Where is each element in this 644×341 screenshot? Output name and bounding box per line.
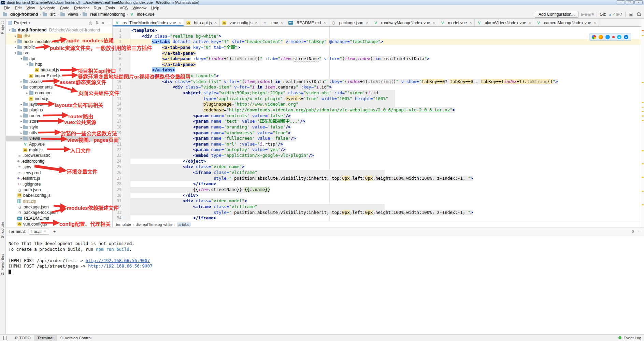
chevron-down-icon[interactable]: ▾ [19, 57, 23, 60]
tree-item-dist.zip[interactable]: dist.zip [6, 199, 112, 204]
tree-item-style[interactable]: ▸style [6, 124, 112, 130]
minimize-button[interactable]: ─ [617, 0, 625, 4]
tree-item-plugins[interactable]: ▸plugins [6, 107, 112, 113]
stripe-mark[interactable] [642, 82, 644, 83]
close-icon[interactable]: ✕ [255, 21, 257, 25]
tree-item-auth.json[interactable]: {}auth.json [6, 187, 112, 193]
editor-breadcrumb-a-tabs[interactable]: a-tabs [177, 222, 191, 227]
tree-item-node_modules[interactable]: ▸node_moduleslibrary root [6, 39, 112, 44]
tree-item-layouts[interactable]: ▸layouts [6, 101, 112, 107]
breadcrumb-item-views[interactable]: views [60, 12, 78, 17]
tree-item-utils[interactable]: ▸utils [6, 130, 112, 136]
chevron-right-icon[interactable]: ▸ [19, 137, 23, 140]
chevron-right-icon[interactable]: ▸ [19, 103, 23, 106]
chevron-down-icon[interactable]: ▾ [29, 21, 30, 25]
stripe-mark[interactable] [642, 150, 644, 151]
menu-help[interactable]: Help [149, 6, 162, 10]
statusbar-6-todo[interactable]: 6: TODO [12, 335, 34, 341]
edge-browser-icon[interactable]: e [624, 35, 628, 39]
tree-item-.env.prod[interactable]: ≡.env.prod [6, 170, 112, 176]
chevron-right-icon[interactable]: ▸ [19, 131, 23, 135]
close-icon[interactable]: ✕ [593, 21, 596, 25]
tree-item-.browserslistrc[interactable]: ≡.browserslistrc [6, 153, 112, 159]
breadcrumb-item-realTimeMonitoring[interactable]: realTimeMonitoring [83, 12, 125, 17]
chevron-right-icon[interactable]: ▸ [19, 108, 23, 112]
close-icon[interactable]: ✕ [323, 21, 326, 25]
stripe-mark[interactable] [642, 102, 644, 103]
locate-file-icon[interactable]: ◎ [89, 21, 92, 25]
tree-item-common[interactable]: ▸common [6, 90, 112, 96]
tree-item-babel.config.js[interactable]: JSbabel.config.js [6, 193, 112, 199]
editor-breadcrumb-div.realTime.bg-white[interactable]: div.realTime.bg-white [135, 222, 172, 227]
chevron-right-icon[interactable]: ▸ [14, 34, 17, 38]
editor-tab-realTimeMonitoring-index.vue[interactable]: VrealTimeMonitoring\index.vue✕ [113, 19, 184, 26]
collapse-all-icon[interactable]: ⇅ [95, 21, 99, 25]
menu-code[interactable]: Code [58, 6, 72, 10]
editor-tab-cameraManage-index.vue[interactable]: VcameraManage\index.vue✕ [534, 19, 599, 26]
stripe-mark[interactable] [642, 111, 644, 112]
terminal-settings-gear-icon[interactable] [632, 230, 634, 233]
tool-window-project-button[interactable]: Project [0, 21, 4, 34]
tree-item-store[interactable]: ▸store [6, 119, 112, 124]
menu-vcs[interactable]: VCS [117, 6, 130, 10]
tree-item-.eslintrc.js[interactable]: .eslintrc.js [6, 176, 112, 181]
breadcrumb-item-duoji-frontend[interactable]: duoji-frontend [3, 12, 38, 17]
tree-item-App.vue[interactable]: VApp.vue [6, 141, 112, 147]
stripe-mark[interactable] [642, 204, 644, 205]
close-icon[interactable]: ✕ [214, 21, 217, 25]
stop-icon[interactable]: ■ [591, 12, 594, 17]
maximize-button[interactable]: □ [626, 0, 634, 4]
tool-window-toggle-icon[interactable] [3, 336, 7, 340]
menu-tools[interactable]: Tools [103, 6, 117, 10]
git-commit-icon[interactable]: ✓ [612, 12, 616, 17]
editor-tab-alarmVideos-index.vue[interactable]: ValarmVideos\index.vue✕ [475, 19, 534, 26]
tree-item-views[interactable]: ▸views [6, 136, 112, 141]
opera-browser-icon[interactable] [612, 36, 615, 38]
ie-browser-icon[interactable]: e [617, 35, 621, 39]
terminal-tab-local[interactable]: Local ✕ [29, 229, 49, 235]
tree-item-main.js[interactable]: JSmain.js [6, 147, 112, 153]
close-icon[interactable]: ✕ [44, 230, 46, 233]
tree-item-.gitignore[interactable]: ∅.gitignore [6, 181, 112, 187]
search-everywhere-icon[interactable] [636, 12, 641, 17]
stripe-mark[interactable] [642, 30, 644, 31]
tree-item-http[interactable]: ▾http [6, 62, 112, 67]
tree-item-package-lock.json[interactable]: {}package-lock.json [6, 210, 112, 216]
chevron-right-icon[interactable]: ▸ [19, 114, 23, 118]
tree-item-components[interactable]: ▾components [6, 84, 112, 90]
stripe-mark[interactable] [642, 115, 644, 117]
git-update-icon[interactable]: ↙ [609, 12, 612, 17]
breadcrumb-item-index.vue[interactable]: Vindex.vue [130, 12, 154, 17]
menu-navigate[interactable]: Navigate [37, 6, 57, 10]
statusbar-9-version-control[interactable]: 9: Version Control [57, 335, 95, 341]
stripe-mark[interactable] [642, 35, 644, 36]
tree-item-.editorconfig[interactable]: .editorconfig [6, 159, 112, 164]
close-icon[interactable]: ✕ [366, 21, 368, 25]
editor-tab-.env[interactable]: ≡.env✕ [260, 19, 286, 26]
hide-terminal-icon[interactable]: ─ [638, 229, 641, 234]
stripe-mark[interactable] [642, 163, 644, 164]
tree-item-assets[interactable]: ▸assets [6, 79, 112, 84]
tool-window-structure-button[interactable]: Structure [0, 221, 4, 238]
add-configuration-button[interactable]: Add Configuration... [535, 11, 578, 18]
editor-tab-http-api.js[interactable]: JShttp-api.js✕ [184, 19, 219, 26]
tool-window-favorites-button[interactable]: 2: Favorites [0, 254, 4, 275]
chrome-browser-icon[interactable] [592, 35, 596, 39]
chevron-right-icon[interactable]: ▸ [25, 91, 29, 95]
close-icon[interactable]: ✕ [281, 21, 283, 25]
tree-item-vue.config.js[interactable]: JSvue.config.js [6, 221, 112, 227]
project-panel-title[interactable]: Project [14, 21, 27, 25]
editor-tab-package.json[interactable]: {}package.json✕ [329, 19, 371, 26]
editor-tab-model.vue[interactable]: Vmodel.vue✕ [438, 19, 475, 26]
editor-tab-README.md[interactable]: MDREADME.md✕ [286, 19, 329, 26]
menu-file[interactable]: File [1, 6, 13, 10]
tree-item-public[interactable]: ▸public [6, 44, 112, 50]
chevron-right-icon[interactable]: ▸ [19, 80, 23, 83]
breadcrumb-item-src[interactable]: src [43, 12, 56, 17]
tree-item-duoji-frontend[interactable]: ▾duoji-frontendD:\zheheWeb\duoji-fronten… [6, 27, 112, 33]
tree-item-README.md[interactable]: MDREADME.md [6, 216, 112, 221]
new-terminal-session-button[interactable]: + [52, 229, 57, 234]
terminal-output[interactable]: Note that the development build is not o… [6, 235, 644, 334]
close-button[interactable]: × [634, 0, 643, 4]
run-icon[interactable]: ▶ [581, 12, 584, 17]
